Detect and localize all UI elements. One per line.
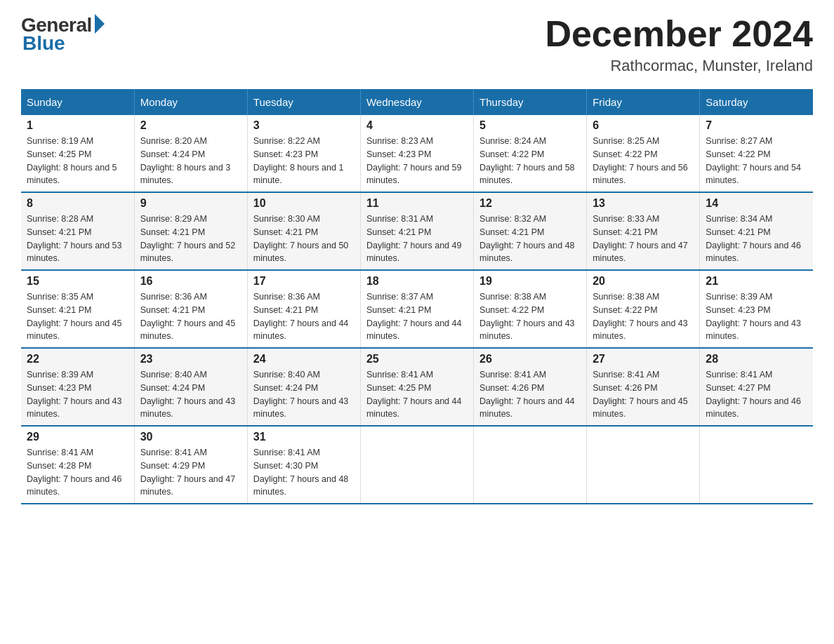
logo: General Blue: [21, 14, 105, 55]
day-number: 8: [27, 197, 128, 210]
day-number: 18: [366, 275, 468, 288]
calendar-day-cell: 8 Sunrise: 8:28 AM Sunset: 4:21 PM Dayli…: [21, 192, 134, 270]
logo-arrow-icon: [95, 14, 105, 34]
day-info: Sunrise: 8:41 AM Sunset: 4:27 PM Dayligh…: [706, 368, 807, 421]
calendar-table: Sunday Monday Tuesday Wednesday Thursday…: [21, 89, 813, 504]
calendar-day-cell: 12 Sunrise: 8:32 AM Sunset: 4:21 PM Dayl…: [474, 192, 587, 270]
day-info: Sunrise: 8:22 AM Sunset: 4:23 PM Dayligh…: [253, 135, 355, 187]
day-number: 31: [253, 431, 355, 443]
day-info: Sunrise: 8:41 AM Sunset: 4:26 PM Dayligh…: [593, 368, 694, 421]
page-header: General Blue December 2024 Rathcormac, M…: [21, 14, 813, 75]
calendar-day-cell: 6 Sunrise: 8:25 AM Sunset: 4:22 PM Dayli…: [587, 115, 700, 192]
day-number: 12: [479, 197, 581, 210]
calendar-day-cell: 18 Sunrise: 8:37 AM Sunset: 4:21 PM Dayl…: [360, 270, 473, 348]
day-info: Sunrise: 8:37 AM Sunset: 4:21 PM Dayligh…: [366, 290, 468, 343]
day-number: 7: [706, 119, 807, 132]
day-number: 9: [140, 197, 241, 210]
title-section: December 2024 Rathcormac, Munster, Irela…: [545, 14, 813, 75]
day-number: 14: [706, 197, 807, 210]
day-info: Sunrise: 8:33 AM Sunset: 4:21 PM Dayligh…: [593, 213, 694, 265]
calendar-header-row: Sunday Monday Tuesday Wednesday Thursday…: [21, 89, 813, 115]
calendar-day-cell: 31 Sunrise: 8:41 AM Sunset: 4:30 PM Dayl…: [247, 426, 360, 504]
col-tuesday: Tuesday: [247, 89, 360, 115]
calendar-day-cell: 20 Sunrise: 8:38 AM Sunset: 4:22 PM Dayl…: [587, 270, 700, 348]
day-info: Sunrise: 8:35 AM Sunset: 4:21 PM Dayligh…: [27, 290, 128, 343]
calendar-week-row: 22 Sunrise: 8:39 AM Sunset: 4:23 PM Dayl…: [21, 348, 813, 426]
day-info: Sunrise: 8:41 AM Sunset: 4:25 PM Dayligh…: [366, 368, 468, 421]
day-number: 21: [706, 275, 807, 288]
day-info: Sunrise: 8:34 AM Sunset: 4:21 PM Dayligh…: [706, 213, 807, 265]
day-number: 25: [366, 353, 468, 365]
calendar-day-cell: 1 Sunrise: 8:19 AM Sunset: 4:25 PM Dayli…: [21, 115, 134, 192]
calendar-day-cell: 25 Sunrise: 8:41 AM Sunset: 4:25 PM Dayl…: [360, 348, 473, 426]
calendar-week-row: 1 Sunrise: 8:19 AM Sunset: 4:25 PM Dayli…: [21, 115, 813, 192]
calendar-day-cell: 24 Sunrise: 8:40 AM Sunset: 4:24 PM Dayl…: [247, 348, 360, 426]
calendar-week-row: 29 Sunrise: 8:41 AM Sunset: 4:28 PM Dayl…: [21, 426, 813, 504]
day-info: Sunrise: 8:20 AM Sunset: 4:24 PM Dayligh…: [140, 135, 241, 187]
day-info: Sunrise: 8:32 AM Sunset: 4:21 PM Dayligh…: [479, 213, 581, 265]
day-info: Sunrise: 8:30 AM Sunset: 4:21 PM Dayligh…: [253, 213, 355, 265]
day-info: Sunrise: 8:23 AM Sunset: 4:23 PM Dayligh…: [366, 135, 468, 187]
calendar-day-cell: 26 Sunrise: 8:41 AM Sunset: 4:26 PM Dayl…: [474, 348, 587, 426]
calendar-day-cell: 23 Sunrise: 8:40 AM Sunset: 4:24 PM Dayl…: [134, 348, 247, 426]
calendar-day-cell: 21 Sunrise: 8:39 AM Sunset: 4:23 PM Dayl…: [700, 270, 813, 348]
day-info: Sunrise: 8:36 AM Sunset: 4:21 PM Dayligh…: [253, 290, 355, 343]
day-number: 15: [27, 275, 128, 288]
calendar-day-cell: 15 Sunrise: 8:35 AM Sunset: 4:21 PM Dayl…: [21, 270, 134, 348]
day-number: 30: [140, 431, 241, 443]
calendar-day-cell: 7 Sunrise: 8:27 AM Sunset: 4:22 PM Dayli…: [700, 115, 813, 192]
calendar-day-cell: 9 Sunrise: 8:29 AM Sunset: 4:21 PM Dayli…: [134, 192, 247, 270]
day-info: Sunrise: 8:41 AM Sunset: 4:29 PM Dayligh…: [140, 446, 241, 499]
calendar-day-cell: 30 Sunrise: 8:41 AM Sunset: 4:29 PM Dayl…: [134, 426, 247, 504]
day-number: 3: [253, 119, 355, 132]
calendar-day-cell: 16 Sunrise: 8:36 AM Sunset: 4:21 PM Dayl…: [134, 270, 247, 348]
day-number: 2: [140, 119, 241, 132]
day-info: Sunrise: 8:24 AM Sunset: 4:22 PM Dayligh…: [479, 135, 581, 187]
day-info: Sunrise: 8:36 AM Sunset: 4:21 PM Dayligh…: [140, 290, 241, 343]
calendar-day-cell: 3 Sunrise: 8:22 AM Sunset: 4:23 PM Dayli…: [247, 115, 360, 192]
day-number: 29: [27, 431, 128, 443]
calendar-day-cell: 10 Sunrise: 8:30 AM Sunset: 4:21 PM Dayl…: [247, 192, 360, 270]
day-info: Sunrise: 8:39 AM Sunset: 4:23 PM Dayligh…: [706, 290, 807, 343]
month-title: December 2024: [545, 14, 813, 54]
calendar-day-cell: 4 Sunrise: 8:23 AM Sunset: 4:23 PM Dayli…: [360, 115, 473, 192]
day-number: 28: [706, 353, 807, 365]
col-thursday: Thursday: [474, 89, 587, 115]
calendar-day-cell: 13 Sunrise: 8:33 AM Sunset: 4:21 PM Dayl…: [587, 192, 700, 270]
day-number: 20: [593, 275, 694, 288]
calendar-day-cell: 14 Sunrise: 8:34 AM Sunset: 4:21 PM Dayl…: [700, 192, 813, 270]
day-info: Sunrise: 8:41 AM Sunset: 4:30 PM Dayligh…: [253, 446, 355, 499]
col-sunday: Sunday: [21, 89, 134, 115]
col-monday: Monday: [134, 89, 247, 115]
day-number: 19: [479, 275, 581, 288]
day-number: 13: [593, 197, 694, 210]
day-info: Sunrise: 8:40 AM Sunset: 4:24 PM Dayligh…: [253, 368, 355, 421]
day-number: 27: [593, 353, 694, 365]
calendar-day-cell: 28 Sunrise: 8:41 AM Sunset: 4:27 PM Dayl…: [700, 348, 813, 426]
day-info: Sunrise: 8:41 AM Sunset: 4:28 PM Dayligh…: [27, 446, 128, 499]
day-info: Sunrise: 8:27 AM Sunset: 4:22 PM Dayligh…: [706, 135, 807, 187]
calendar-day-cell: 19 Sunrise: 8:38 AM Sunset: 4:22 PM Dayl…: [474, 270, 587, 348]
calendar-day-cell: 17 Sunrise: 8:36 AM Sunset: 4:21 PM Dayl…: [247, 270, 360, 348]
calendar-day-cell: 29 Sunrise: 8:41 AM Sunset: 4:28 PM Dayl…: [21, 426, 134, 504]
col-friday: Friday: [587, 89, 700, 115]
calendar-day-cell: 2 Sunrise: 8:20 AM Sunset: 4:24 PM Dayli…: [134, 115, 247, 192]
calendar-day-cell: [587, 426, 700, 504]
day-number: 26: [479, 353, 581, 365]
day-info: Sunrise: 8:31 AM Sunset: 4:21 PM Dayligh…: [366, 213, 468, 265]
calendar-day-cell: [360, 426, 473, 504]
day-info: Sunrise: 8:41 AM Sunset: 4:26 PM Dayligh…: [479, 368, 581, 421]
col-wednesday: Wednesday: [360, 89, 473, 115]
calendar-week-row: 15 Sunrise: 8:35 AM Sunset: 4:21 PM Dayl…: [21, 270, 813, 348]
day-info: Sunrise: 8:25 AM Sunset: 4:22 PM Dayligh…: [593, 135, 694, 187]
day-info: Sunrise: 8:38 AM Sunset: 4:22 PM Dayligh…: [479, 290, 581, 343]
day-info: Sunrise: 8:39 AM Sunset: 4:23 PM Dayligh…: [27, 368, 128, 421]
day-number: 17: [253, 275, 355, 288]
day-number: 24: [253, 353, 355, 365]
day-number: 4: [366, 119, 468, 132]
day-info: Sunrise: 8:38 AM Sunset: 4:22 PM Dayligh…: [593, 290, 694, 343]
calendar-day-cell: [700, 426, 813, 504]
day-number: 11: [366, 197, 468, 210]
day-number: 5: [479, 119, 581, 132]
calendar-day-cell: 22 Sunrise: 8:39 AM Sunset: 4:23 PM Dayl…: [21, 348, 134, 426]
